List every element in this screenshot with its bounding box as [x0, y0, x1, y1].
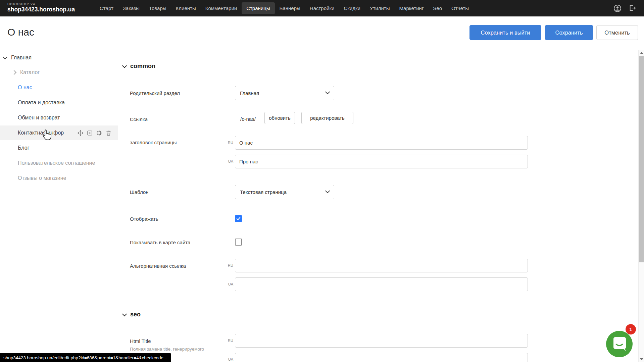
scrollbar-thumb[interactable]	[639, 56, 644, 262]
alt-link-ua-input[interactable]	[235, 277, 528, 291]
menu-item-utilities[interactable]: Утилиты	[365, 2, 395, 14]
check-icon	[236, 216, 241, 221]
tree-item-glavnaya[interactable]: Главная	[0, 50, 118, 65]
chat-unread-badge: 1	[626, 324, 636, 334]
link-label: Ссылка	[130, 116, 148, 122]
tree-item-oplata[interactable]: Оплата и доставка	[0, 95, 118, 110]
ua-tag: UA	[223, 357, 233, 361]
topbar: HOROSHOP V4 shop34423.horoshop.ua Старт …	[0, 0, 644, 16]
menu-item-clients[interactable]: Клиенты	[171, 2, 201, 14]
menu-item-products[interactable]: Товары	[144, 2, 171, 14]
save-and-exit-button[interactable]: Сохранить и выйти	[469, 25, 541, 40]
delete-trash-icon[interactable]	[105, 130, 112, 136]
settings-gear-icon[interactable]	[96, 130, 102, 136]
scroll-up-arrow[interactable]	[640, 52, 643, 54]
menu-item-banners[interactable]: Баннеры	[275, 2, 305, 14]
section-common[interactable]: common	[123, 63, 155, 70]
status-url-tooltip: shop34423.horoshop.ua/edit/edit.php?id=6…	[0, 353, 171, 362]
page-heading-ru-input[interactable]	[235, 136, 528, 150]
sitemap-checkbox[interactable]	[235, 239, 242, 246]
section-seo[interactable]: seo	[123, 311, 141, 318]
ru-tag: RU	[223, 141, 233, 145]
chevron-down-icon[interactable]	[3, 55, 7, 59]
page-header: О нас Сохранить и выйти Сохранить Отмени…	[0, 16, 644, 50]
link-edit-button[interactable]: редактировать	[301, 112, 353, 124]
menu-item-discounts[interactable]: Скидки	[339, 2, 365, 14]
logo[interactable]: HOROSHOP V4 shop34423.horoshop.ua	[7, 2, 75, 13]
ua-tag: UA	[223, 159, 233, 163]
link-refresh-button[interactable]: обновить	[264, 112, 295, 124]
chevron-down-icon	[325, 90, 330, 94]
template-select[interactable]: Текстовая страница	[235, 185, 334, 199]
user-account-icon[interactable]	[613, 4, 622, 12]
page-title: О нас	[7, 27, 34, 38]
tree-item-obmen[interactable]: Обмен и возврат	[0, 110, 118, 125]
template-label: Шаблон	[130, 189, 149, 195]
logo-version: HOROSHOP V4	[7, 2, 75, 6]
html-title-ua-input[interactable]	[235, 353, 528, 362]
menu-item-marketing[interactable]: Маркетинг	[394, 2, 428, 14]
pages-tree: Главная Каталог О нас Оплата и доставка …	[0, 50, 118, 362]
display-label: Отображать	[130, 216, 158, 222]
chat-widget-button[interactable]: 1	[606, 331, 633, 357]
tree-item-o-nas[interactable]: О нас	[0, 80, 118, 95]
tree-item-otzyvy[interactable]: Отзывы о магазине	[0, 171, 118, 186]
alt-link-ru-input[interactable]	[235, 259, 528, 272]
link-path: /o-nas/	[240, 116, 256, 122]
scroll-down-arrow[interactable]	[640, 358, 643, 360]
parent-section-label: Родительский раздел	[130, 90, 180, 96]
alt-link-label: Альтернативная ссылка	[130, 263, 186, 269]
tree-item-polzovatelskoe[interactable]: Пользовательское соглашение	[0, 156, 118, 170]
parent-section-select[interactable]: Главная	[235, 86, 334, 100]
page-heading-ua-input[interactable]	[235, 155, 528, 168]
add-subpage-icon[interactable]	[87, 130, 93, 136]
display-checkbox[interactable]	[235, 215, 242, 222]
logo-domain: shop34423.horoshop.ua	[7, 6, 75, 13]
cancel-button[interactable]: Отменить	[596, 25, 638, 40]
scrollbar[interactable]	[638, 50, 644, 362]
chat-bubble-icon	[606, 331, 633, 357]
tree-item-kontaktnaya[interactable]: Контактная инфор	[0, 125, 118, 140]
main-menu: Старт Заказы Товары Клиенты Комментарии …	[95, 0, 474, 16]
html-title-label: Html Title	[130, 338, 151, 344]
sitemap-label: Показывать в карте сайта	[130, 240, 190, 245]
menu-item-settings[interactable]: Настройки	[305, 2, 339, 14]
move-icon[interactable]	[77, 130, 84, 136]
tree-item-blog[interactable]: Блог	[0, 141, 118, 155]
tree-item-actions	[77, 125, 112, 140]
chevron-down-icon	[325, 189, 330, 193]
chevron-down-icon	[122, 311, 127, 316]
html-title-ru-input[interactable]	[235, 334, 528, 348]
logout-icon[interactable]	[629, 4, 637, 12]
page-heading-label: заголовок страницы	[130, 140, 177, 145]
html-title-hint: Полная замена title, генерируемого	[130, 347, 204, 352]
chevron-down-icon	[122, 63, 127, 68]
chevron-right-icon[interactable]	[12, 70, 16, 75]
menu-item-pages[interactable]: Страницы	[242, 2, 275, 14]
menu-item-orders[interactable]: Заказы	[118, 2, 144, 14]
ru-tag: RU	[223, 263, 233, 267]
menu-item-reports[interactable]: Отчеты	[447, 2, 474, 14]
save-button[interactable]: Сохранить	[545, 25, 593, 40]
menu-item-seo[interactable]: Seo	[428, 2, 447, 14]
ru-tag: RU	[223, 339, 233, 343]
menu-item-comments[interactable]: Комментарии	[201, 2, 242, 14]
ua-tag: UA	[223, 282, 233, 286]
tree-item-katalog[interactable]: Каталог	[0, 65, 118, 80]
edit-form: common Родительский раздел Главная Ссылк…	[118, 50, 638, 362]
menu-item-start[interactable]: Старт	[95, 2, 118, 14]
